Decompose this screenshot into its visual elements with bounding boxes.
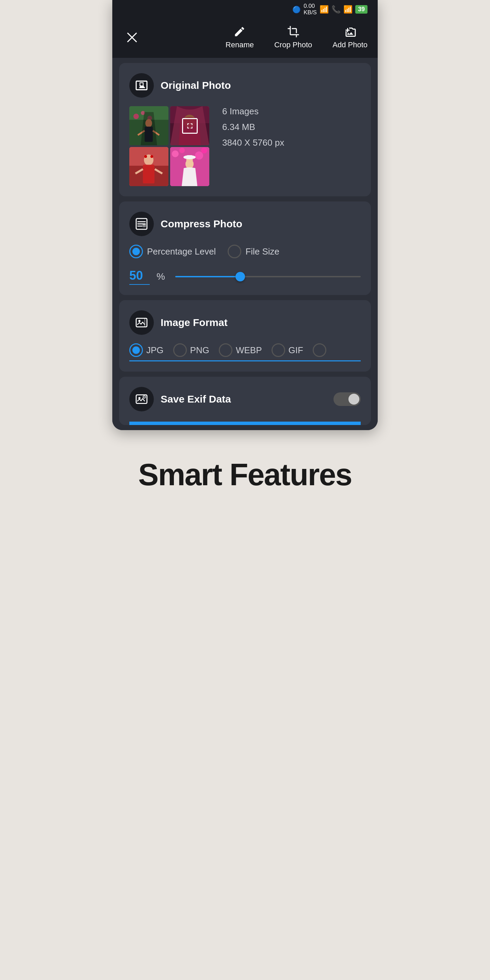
toolbar-actions: Rename Crop Photo Add Photo xyxy=(226,25,368,49)
call-icon: 📞 xyxy=(331,5,340,14)
photo-expand-overlay xyxy=(170,106,209,145)
file-size-label: File Size xyxy=(245,247,279,257)
photo-thumbnails xyxy=(129,106,209,186)
percentage-level-radio[interactable] xyxy=(129,245,143,258)
original-photo-title: Original Photo xyxy=(161,80,231,91)
add-photo-label: Add Photo xyxy=(332,40,368,49)
save-exif-icon xyxy=(135,393,148,406)
webp-radio[interactable] xyxy=(219,343,232,357)
compression-slider[interactable] xyxy=(175,276,361,277)
photo-thumb-3-art xyxy=(129,147,169,186)
jpg-option[interactable]: JPG xyxy=(129,343,164,357)
compress-photo-header: Compress Photo xyxy=(129,212,361,236)
battery-level: 39 xyxy=(358,6,365,13)
crop-photo-label: Crop Photo xyxy=(274,40,312,49)
bluetooth-icon: 🔵 xyxy=(292,5,301,14)
png-radio[interactable] xyxy=(173,343,187,357)
photo-thumb-1-art xyxy=(129,106,169,145)
compress-photo-title: Compress Photo xyxy=(161,218,242,230)
original-photo-icon xyxy=(135,79,148,92)
gif-radio[interactable] xyxy=(272,343,285,357)
photo-thumb-4 xyxy=(170,147,209,186)
status-icons: 🔵 0.00KB/S 📶 📞 📶 39 xyxy=(292,3,368,16)
svg-point-5 xyxy=(147,116,152,121)
svg-point-24 xyxy=(195,151,203,159)
svg-point-20 xyxy=(150,155,153,158)
slider-thumb[interactable] xyxy=(235,272,245,282)
png-option[interactable]: PNG xyxy=(173,343,209,357)
original-photo-header: Original Photo xyxy=(129,73,361,98)
png-label: PNG xyxy=(190,345,209,356)
smart-features-title: Smart Features xyxy=(138,457,352,492)
slider-fill xyxy=(175,276,240,277)
original-photo-icon-bg xyxy=(129,73,154,98)
smart-features-section: Smart Features xyxy=(124,430,365,520)
dimensions: 3840 X 5760 px xyxy=(222,137,361,148)
toolbar: Rename Crop Photo Add Photo xyxy=(112,19,378,58)
save-exif-toggle[interactable] xyxy=(334,392,361,406)
webp-label: WEBP xyxy=(236,345,262,356)
close-icon xyxy=(125,30,139,45)
file-size-option[interactable]: File Size xyxy=(228,245,279,258)
blue-bottom-bar xyxy=(129,422,361,425)
toggle-knob xyxy=(348,394,360,404)
network-speed: 0.00KB/S xyxy=(304,3,317,16)
save-exif-card: Save Exif Data xyxy=(119,377,371,425)
crop-photo-button[interactable]: Crop Photo xyxy=(274,25,312,49)
original-photo-card: Original Photo xyxy=(119,63,371,196)
other-format-radio[interactable] xyxy=(313,343,326,357)
slider-row: 50 % xyxy=(129,269,361,285)
close-button[interactable] xyxy=(123,28,141,47)
photos-row: 6 Images 6.34 MB 3840 X 5760 px xyxy=(129,106,361,186)
photo-thumb-4-art xyxy=(170,147,209,186)
file-size-radio[interactable] xyxy=(228,245,241,258)
photo-info: 6 Images 6.34 MB 3840 X 5760 px xyxy=(212,106,361,148)
svg-rect-16 xyxy=(143,165,154,183)
percentage-level-label: Percentage Level xyxy=(147,247,216,257)
compression-options: Percentage Level File Size xyxy=(129,245,361,258)
rename-button[interactable]: Rename xyxy=(226,25,254,49)
svg-point-4 xyxy=(141,111,145,115)
save-exif-icon-bg xyxy=(129,387,154,411)
svg-point-19 xyxy=(144,155,147,158)
image-format-title: Image Format xyxy=(161,317,228,328)
gif-option[interactable]: GIF xyxy=(272,343,303,357)
other-format-option[interactable] xyxy=(313,343,326,357)
wifi-icon: 📶 xyxy=(320,5,329,14)
image-count: 6 Images xyxy=(222,106,361,117)
save-exif-row: Save Exif Data xyxy=(129,387,361,422)
svg-point-25 xyxy=(201,147,207,153)
svg-point-23 xyxy=(179,148,185,153)
jpg-label: JPG xyxy=(146,345,164,356)
compression-value: 50 xyxy=(129,269,150,285)
svg-rect-32 xyxy=(136,318,147,327)
compress-photo-icon-bg xyxy=(129,212,154,236)
svg-rect-29 xyxy=(187,155,192,158)
photo-thumb-3 xyxy=(129,147,169,186)
rename-label: Rename xyxy=(226,40,254,49)
image-format-icon-bg xyxy=(129,310,154,335)
svg-rect-31 xyxy=(143,224,146,227)
webp-option[interactable]: WEBP xyxy=(219,343,262,357)
photo-thumb-1 xyxy=(129,106,169,145)
add-photo-icon xyxy=(344,25,356,38)
svg-point-3 xyxy=(134,114,139,119)
rename-icon xyxy=(234,25,246,38)
image-format-icon xyxy=(135,316,148,329)
save-exif-header: Save Exif Data xyxy=(129,387,231,411)
status-bar: 🔵 0.00KB/S 📶 📞 📶 39 xyxy=(112,0,378,19)
svg-point-33 xyxy=(138,320,140,322)
content-area: Original Photo xyxy=(112,58,378,430)
add-photo-button[interactable]: Add Photo xyxy=(332,25,368,49)
percentage-level-option[interactable]: Percentage Level xyxy=(129,245,216,258)
image-format-header: Image Format xyxy=(129,310,361,335)
expand-arrows-icon xyxy=(185,121,194,130)
jpg-radio[interactable] xyxy=(129,343,143,357)
battery-icon: 39 xyxy=(355,5,368,14)
save-exif-title: Save Exif Data xyxy=(161,393,231,405)
signal-icon: 📶 xyxy=(343,5,353,14)
expand-icon xyxy=(182,118,198,134)
compression-unit: % xyxy=(156,271,165,282)
compress-photo-card: Compress Photo Percentage Level File Siz… xyxy=(119,202,371,295)
svg-rect-2 xyxy=(129,120,169,145)
